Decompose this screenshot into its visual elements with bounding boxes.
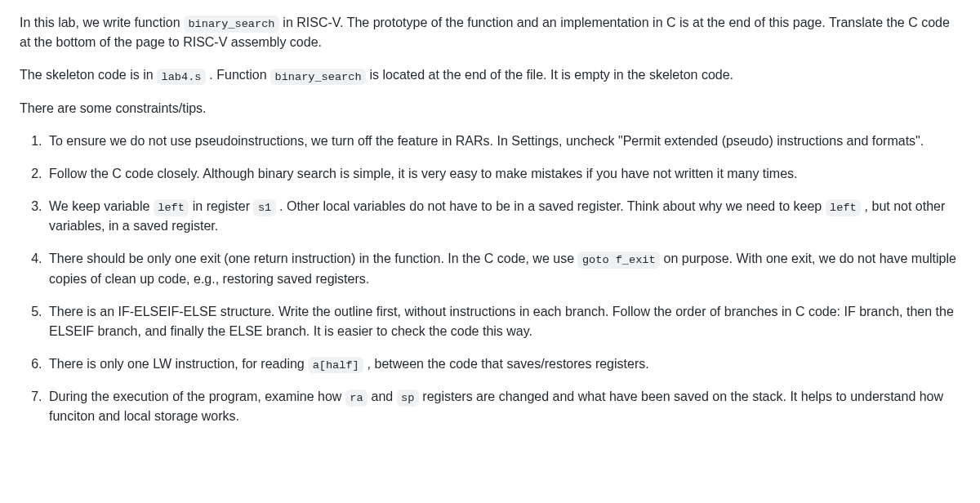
text-segment: is located at the end of the file. It is… <box>366 68 733 82</box>
intro-paragraph-1: In this lab, we write function binary_se… <box>20 13 960 52</box>
code-lab4s: lab4.s <box>157 69 206 85</box>
code-sp: sp <box>397 389 419 406</box>
list-item: There is an IF-ELSEIF-ELSE structure. Wr… <box>46 302 960 341</box>
text-segment: . Other local variables do not have to b… <box>276 199 826 213</box>
text-segment: . Function <box>206 68 270 82</box>
list-item: There is only one LW instruction, for re… <box>46 354 960 374</box>
constraints-list: To ensure we do not use pseudoinstructio… <box>20 131 960 427</box>
text-segment: We keep variable <box>49 199 154 213</box>
text-segment: and <box>368 389 397 403</box>
text-segment: There should be only one exit (one retur… <box>49 252 577 265</box>
text-segment: , between the code that saves/restores r… <box>363 357 649 371</box>
intro-paragraph-2: The skeleton code is in lab4.s . Functio… <box>20 65 960 85</box>
code-s1: s1 <box>253 199 275 216</box>
text-segment: in register <box>189 199 253 213</box>
code-binary-search: binary_search <box>270 69 366 85</box>
text-segment: There is an IF-ELSEIF-ELSE structure. Wr… <box>49 305 954 338</box>
text-segment: During the execution of the program, exa… <box>49 389 345 403</box>
text-segment: There is only one LW instruction, for re… <box>49 357 308 371</box>
list-item: Follow the C code closely. Although bina… <box>46 164 960 184</box>
list-item: We keep variable left in register s1 . O… <box>46 197 960 236</box>
code-left: left <box>154 199 189 216</box>
text-segment: The skeleton code is in <box>20 68 157 82</box>
code-goto-fexit: goto f_exit <box>577 252 660 268</box>
list-item: To ensure we do not use pseudoinstructio… <box>46 131 960 151</box>
list-item: There should be only one exit (one retur… <box>46 249 960 288</box>
code-ahalf: a[half] <box>308 357 363 373</box>
text-segment: To ensure we do not use pseudoinstructio… <box>49 134 924 148</box>
code-left: left <box>826 199 862 216</box>
code-binary-search: binary_search <box>184 16 279 32</box>
text-segment: Follow the C code closely. Although bina… <box>49 167 798 180</box>
code-ra: ra <box>345 389 368 406</box>
list-item: During the execution of the program, exa… <box>46 387 960 426</box>
text-segment: In this lab, we write function <box>20 16 184 29</box>
intro-paragraph-3: There are some constraints/tips. <box>20 99 960 118</box>
